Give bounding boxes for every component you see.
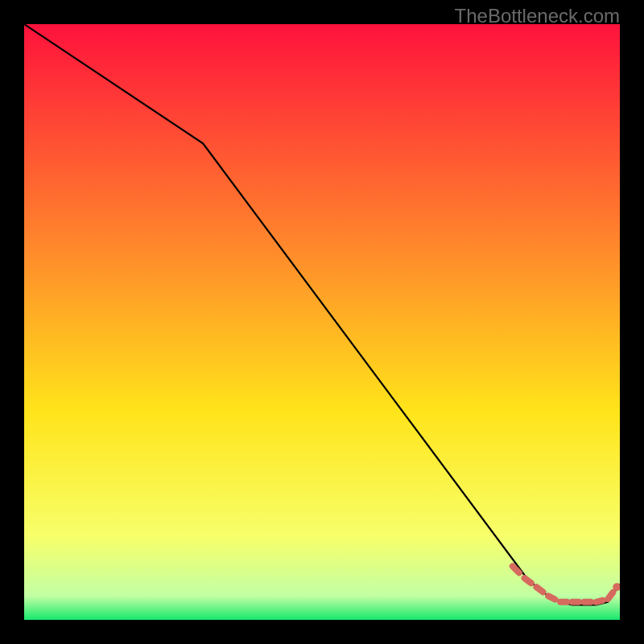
chart-stage: TheBottleneck.com (0, 0, 644, 644)
dash-segment (548, 596, 555, 599)
dash-segment (596, 601, 602, 602)
dash-segment (525, 578, 531, 583)
chart-svg (24, 24, 620, 620)
dash-segment (608, 592, 613, 599)
gradient-background (24, 24, 620, 620)
plot-area (24, 24, 620, 620)
dash-segment (536, 587, 543, 592)
